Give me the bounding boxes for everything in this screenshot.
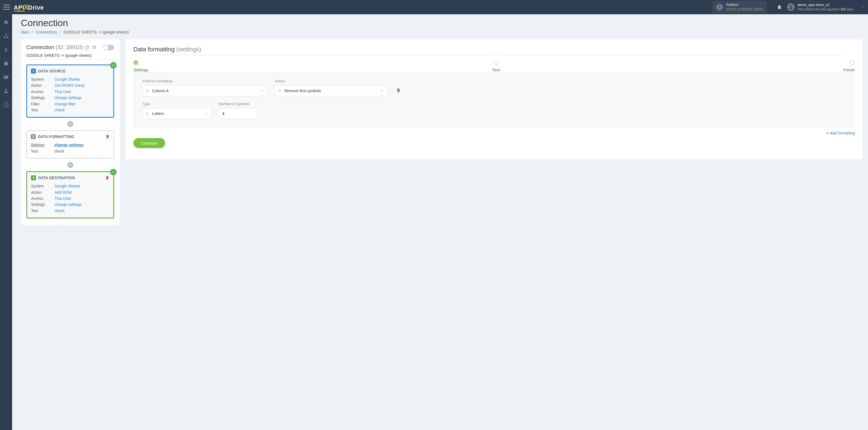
svg-rect-1	[5, 34, 7, 35]
info-icon: i	[716, 4, 723, 10]
type-label: Type	[143, 102, 212, 106]
dest-access[interactable]: Tina User	[55, 195, 71, 202]
radio-icon	[278, 89, 281, 92]
menu-icon[interactable]	[3, 5, 10, 10]
source-access[interactable]: Tina User	[55, 89, 71, 95]
field-select[interactable]: Column A	[143, 85, 268, 96]
source-test[interactable]: check	[55, 107, 65, 113]
formatting-title: Data formatting (settings)	[133, 46, 855, 53]
add-step-button-1[interactable]: +	[67, 121, 73, 127]
trash-icon[interactable]	[105, 176, 110, 180]
check-badge-icon	[110, 62, 117, 69]
add-formatting-link[interactable]: + Add formatting	[133, 131, 855, 135]
user-menu[interactable]: demo_apix-drive_s2 Plan |Start| left unt…	[787, 3, 865, 11]
connection-header: Connection (ID: 38910)	[26, 44, 114, 51]
actions-text: Actions: 25'161 of 50'000 (50%)	[726, 2, 763, 12]
briefcase-icon[interactable]	[3, 60, 9, 66]
actions-label: Actions:	[726, 2, 763, 7]
source-system[interactable]: Google Sheets	[55, 76, 80, 82]
source-filter[interactable]: change filter	[55, 101, 75, 107]
step-test[interactable]: Test	[492, 60, 500, 72]
check-badge-icon	[110, 169, 117, 175]
num-label: Number of symbols	[219, 102, 257, 106]
radio-icon	[146, 89, 149, 92]
page-title: Connection	[21, 18, 863, 28]
field-label: Field for formatting	[143, 79, 268, 83]
radio-icon	[146, 112, 149, 115]
svg-rect-3	[7, 37, 8, 38]
chevron-down-icon	[380, 89, 384, 93]
breadcrumb: Main / Connections / GOOGLE SHEETS -> (g…	[21, 30, 863, 34]
connection-subtitle: GOOGLE SHEETS -> (google sheets)	[26, 53, 114, 60]
home-icon[interactable]	[3, 19, 9, 25]
main-content: Connection Main / Connections / GOOGLE S…	[12, 14, 868, 430]
type-select[interactable]: Letters	[143, 108, 212, 119]
breadcrumb-current: GOOGLE SHEETS -> (google sheets)	[64, 30, 129, 34]
actions-used: 25'161	[726, 7, 737, 11]
logo-drive: Drive	[28, 4, 44, 11]
user-icon[interactable]	[3, 88, 9, 94]
connection-id: (ID: 38910)	[56, 44, 83, 50]
action-label: Action	[275, 79, 387, 83]
user-text: demo_apix-drive_s2 Plan |Start| left unt…	[798, 3, 854, 11]
topbar: APIXDrive i Actions: 25'161 of 50'000 (5…	[0, 0, 868, 14]
data-source-card: 1DATA SOURCE SystemGoogle Sheets ActionG…	[26, 64, 114, 118]
formatting-form: Field for formatting Column A Action	[133, 72, 855, 127]
chevron-down-icon	[260, 89, 264, 93]
gear-icon[interactable]	[91, 45, 96, 50]
chevron-down-icon	[204, 112, 208, 116]
step-settings[interactable]: Settings	[133, 60, 149, 72]
svg-text:?: ?	[5, 103, 7, 106]
actions-total: 50'000	[742, 7, 752, 11]
format-settings[interactable]: change settings	[54, 142, 84, 148]
connection-toggle[interactable]	[103, 45, 114, 50]
add-step-button-2[interactable]: +	[67, 162, 73, 168]
svg-text:$: $	[5, 47, 7, 53]
num-input[interactable]	[219, 108, 257, 119]
dollar-icon[interactable]: $	[3, 47, 9, 53]
avatar-icon	[787, 3, 795, 11]
step-finish[interactable]: Finish	[844, 60, 855, 72]
svg-point-6	[5, 89, 7, 91]
dest-test[interactable]: check	[55, 208, 65, 214]
username: demo_apix-drive_s2	[798, 3, 854, 7]
dest-system[interactable]: Google Sheets	[55, 183, 80, 189]
action-select[interactable]: Remove first symbols	[275, 85, 387, 96]
youtube-icon[interactable]	[3, 74, 9, 80]
sitemap-icon[interactable]	[3, 33, 9, 39]
stepper: Settings Test Finish	[133, 60, 855, 72]
help-icon[interactable]: ?	[3, 101, 9, 108]
bell-icon[interactable]	[777, 4, 782, 10]
plus-icon: +	[827, 131, 829, 135]
source-settings[interactable]: change settings	[55, 95, 82, 101]
data-destination-card: 3DATA DESTINATION SystemGoogle Sheets Ac…	[26, 171, 114, 218]
dest-action[interactable]: Add ROW	[55, 189, 72, 195]
source-action[interactable]: Get ROWS (new)	[55, 82, 85, 88]
chevron-down-icon	[861, 5, 865, 9]
left-sidebar: $ ?	[0, 14, 12, 430]
remove-rule-icon[interactable]	[396, 88, 401, 93]
actions-counter[interactable]: i Actions: 25'161 of 50'000 (50%)	[712, 1, 767, 13]
actions-pct: (50%)	[753, 7, 763, 11]
copy-icon[interactable]	[85, 45, 90, 50]
svg-rect-2	[4, 37, 5, 38]
logo-api: API	[14, 4, 24, 11]
logo[interactable]: APIXDrive	[14, 3, 44, 11]
continue-button[interactable]: Continue	[133, 138, 165, 148]
connection-panel: Connection (ID: 38910) GOOGLE SHEETS -> …	[21, 39, 120, 225]
data-formatting-card: 2DATA FORMATTING Settingschange settings…	[26, 130, 114, 159]
formatting-panel: Data formatting (settings) Settings Test…	[126, 39, 863, 159]
breadcrumb-main[interactable]: Main	[21, 30, 29, 34]
dest-settings[interactable]: change settings	[55, 202, 82, 208]
format-test[interactable]: check	[54, 148, 64, 154]
trash-icon[interactable]	[105, 134, 110, 139]
breadcrumb-connections[interactable]: Connections	[36, 30, 57, 34]
svg-point-0	[790, 5, 792, 7]
